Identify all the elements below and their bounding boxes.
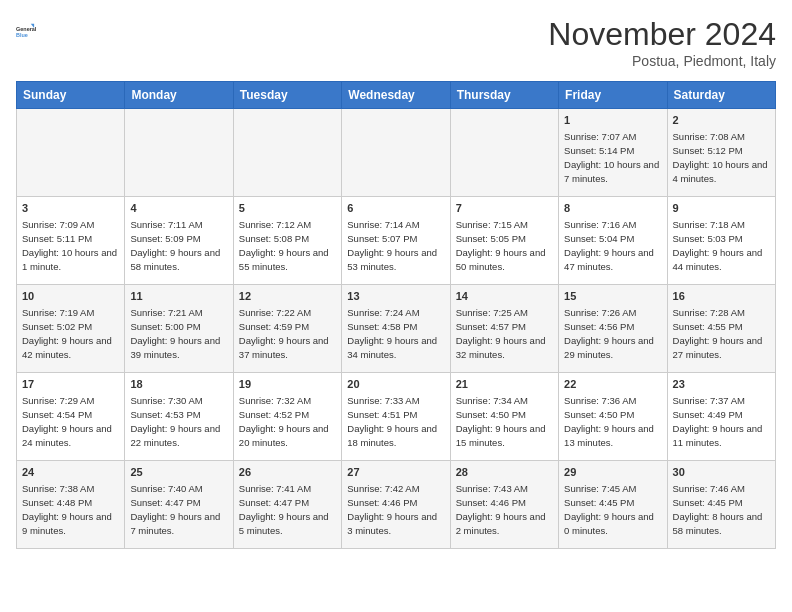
day-number: 28 xyxy=(456,465,553,480)
day-info: Sunrise: 7:24 AM Sunset: 4:58 PM Dayligh… xyxy=(347,306,444,361)
header-wednesday: Wednesday xyxy=(342,82,450,109)
calendar-cell xyxy=(450,109,558,197)
month-title: November 2024 xyxy=(548,16,776,53)
day-info: Sunrise: 7:26 AM Sunset: 4:56 PM Dayligh… xyxy=(564,306,661,361)
day-number: 3 xyxy=(22,201,119,216)
header-friday: Friday xyxy=(559,82,667,109)
calendar-cell: 23Sunrise: 7:37 AM Sunset: 4:49 PM Dayli… xyxy=(667,373,775,461)
day-info: Sunrise: 7:42 AM Sunset: 4:46 PM Dayligh… xyxy=(347,482,444,537)
header-saturday: Saturday xyxy=(667,82,775,109)
calendar-cell: 6Sunrise: 7:14 AM Sunset: 5:07 PM Daylig… xyxy=(342,197,450,285)
day-info: Sunrise: 7:32 AM Sunset: 4:52 PM Dayligh… xyxy=(239,394,336,449)
logo: General Blue xyxy=(16,16,48,48)
page-header: General Blue November 2024 Postua, Piedm… xyxy=(16,16,776,69)
day-info: Sunrise: 7:30 AM Sunset: 4:53 PM Dayligh… xyxy=(130,394,227,449)
day-number: 29 xyxy=(564,465,661,480)
day-number: 30 xyxy=(673,465,770,480)
day-number: 18 xyxy=(130,377,227,392)
day-info: Sunrise: 7:33 AM Sunset: 4:51 PM Dayligh… xyxy=(347,394,444,449)
calendar-cell: 3Sunrise: 7:09 AM Sunset: 5:11 PM Daylig… xyxy=(17,197,125,285)
location-subtitle: Postua, Piedmont, Italy xyxy=(548,53,776,69)
header-monday: Monday xyxy=(125,82,233,109)
day-info: Sunrise: 7:41 AM Sunset: 4:47 PM Dayligh… xyxy=(239,482,336,537)
day-info: Sunrise: 7:43 AM Sunset: 4:46 PM Dayligh… xyxy=(456,482,553,537)
calendar-cell: 14Sunrise: 7:25 AM Sunset: 4:57 PM Dayli… xyxy=(450,285,558,373)
day-info: Sunrise: 7:09 AM Sunset: 5:11 PM Dayligh… xyxy=(22,218,119,273)
day-info: Sunrise: 7:34 AM Sunset: 4:50 PM Dayligh… xyxy=(456,394,553,449)
day-number: 21 xyxy=(456,377,553,392)
day-number: 17 xyxy=(22,377,119,392)
day-info: Sunrise: 7:07 AM Sunset: 5:14 PM Dayligh… xyxy=(564,130,661,185)
calendar-cell: 21Sunrise: 7:34 AM Sunset: 4:50 PM Dayli… xyxy=(450,373,558,461)
day-number: 24 xyxy=(22,465,119,480)
calendar-cell: 11Sunrise: 7:21 AM Sunset: 5:00 PM Dayli… xyxy=(125,285,233,373)
logo-icon: General Blue xyxy=(16,16,48,48)
week-row-2: 3Sunrise: 7:09 AM Sunset: 5:11 PM Daylig… xyxy=(17,197,776,285)
calendar-cell xyxy=(125,109,233,197)
calendar-cell: 5Sunrise: 7:12 AM Sunset: 5:08 PM Daylig… xyxy=(233,197,341,285)
day-number: 9 xyxy=(673,201,770,216)
day-number: 19 xyxy=(239,377,336,392)
week-row-4: 17Sunrise: 7:29 AM Sunset: 4:54 PM Dayli… xyxy=(17,373,776,461)
day-number: 13 xyxy=(347,289,444,304)
week-row-3: 10Sunrise: 7:19 AM Sunset: 5:02 PM Dayli… xyxy=(17,285,776,373)
day-info: Sunrise: 7:12 AM Sunset: 5:08 PM Dayligh… xyxy=(239,218,336,273)
day-info: Sunrise: 7:37 AM Sunset: 4:49 PM Dayligh… xyxy=(673,394,770,449)
calendar-cell: 29Sunrise: 7:45 AM Sunset: 4:45 PM Dayli… xyxy=(559,461,667,549)
day-number: 4 xyxy=(130,201,227,216)
calendar-cell: 22Sunrise: 7:36 AM Sunset: 4:50 PM Dayli… xyxy=(559,373,667,461)
day-number: 25 xyxy=(130,465,227,480)
day-info: Sunrise: 7:38 AM Sunset: 4:48 PM Dayligh… xyxy=(22,482,119,537)
calendar-header: SundayMondayTuesdayWednesdayThursdayFrid… xyxy=(17,82,776,109)
calendar-cell: 17Sunrise: 7:29 AM Sunset: 4:54 PM Dayli… xyxy=(17,373,125,461)
day-number: 7 xyxy=(456,201,553,216)
calendar-cell: 9Sunrise: 7:18 AM Sunset: 5:03 PM Daylig… xyxy=(667,197,775,285)
calendar-cell: 26Sunrise: 7:41 AM Sunset: 4:47 PM Dayli… xyxy=(233,461,341,549)
calendar-cell: 13Sunrise: 7:24 AM Sunset: 4:58 PM Dayli… xyxy=(342,285,450,373)
day-info: Sunrise: 7:19 AM Sunset: 5:02 PM Dayligh… xyxy=(22,306,119,361)
day-number: 22 xyxy=(564,377,661,392)
calendar-cell: 25Sunrise: 7:40 AM Sunset: 4:47 PM Dayli… xyxy=(125,461,233,549)
calendar-cell: 4Sunrise: 7:11 AM Sunset: 5:09 PM Daylig… xyxy=(125,197,233,285)
day-info: Sunrise: 7:15 AM Sunset: 5:05 PM Dayligh… xyxy=(456,218,553,273)
day-number: 16 xyxy=(673,289,770,304)
day-number: 11 xyxy=(130,289,227,304)
day-number: 26 xyxy=(239,465,336,480)
calendar-cell: 15Sunrise: 7:26 AM Sunset: 4:56 PM Dayli… xyxy=(559,285,667,373)
day-info: Sunrise: 7:14 AM Sunset: 5:07 PM Dayligh… xyxy=(347,218,444,273)
day-number: 10 xyxy=(22,289,119,304)
day-number: 8 xyxy=(564,201,661,216)
day-info: Sunrise: 7:18 AM Sunset: 5:03 PM Dayligh… xyxy=(673,218,770,273)
calendar-cell: 1Sunrise: 7:07 AM Sunset: 5:14 PM Daylig… xyxy=(559,109,667,197)
calendar-cell: 24Sunrise: 7:38 AM Sunset: 4:48 PM Dayli… xyxy=(17,461,125,549)
svg-text:Blue: Blue xyxy=(16,32,28,38)
day-info: Sunrise: 7:16 AM Sunset: 5:04 PM Dayligh… xyxy=(564,218,661,273)
day-number: 5 xyxy=(239,201,336,216)
day-info: Sunrise: 7:36 AM Sunset: 4:50 PM Dayligh… xyxy=(564,394,661,449)
day-info: Sunrise: 7:45 AM Sunset: 4:45 PM Dayligh… xyxy=(564,482,661,537)
calendar-cell: 27Sunrise: 7:42 AM Sunset: 4:46 PM Dayli… xyxy=(342,461,450,549)
day-number: 6 xyxy=(347,201,444,216)
day-number: 20 xyxy=(347,377,444,392)
calendar-cell: 20Sunrise: 7:33 AM Sunset: 4:51 PM Dayli… xyxy=(342,373,450,461)
calendar-cell: 19Sunrise: 7:32 AM Sunset: 4:52 PM Dayli… xyxy=(233,373,341,461)
header-tuesday: Tuesday xyxy=(233,82,341,109)
calendar-cell: 16Sunrise: 7:28 AM Sunset: 4:55 PM Dayli… xyxy=(667,285,775,373)
day-info: Sunrise: 7:46 AM Sunset: 4:45 PM Dayligh… xyxy=(673,482,770,537)
calendar-cell xyxy=(342,109,450,197)
calendar-cell: 8Sunrise: 7:16 AM Sunset: 5:04 PM Daylig… xyxy=(559,197,667,285)
calendar-cell: 7Sunrise: 7:15 AM Sunset: 5:05 PM Daylig… xyxy=(450,197,558,285)
day-info: Sunrise: 7:11 AM Sunset: 5:09 PM Dayligh… xyxy=(130,218,227,273)
header-sunday: Sunday xyxy=(17,82,125,109)
calendar-cell: 12Sunrise: 7:22 AM Sunset: 4:59 PM Dayli… xyxy=(233,285,341,373)
day-number: 2 xyxy=(673,113,770,128)
day-info: Sunrise: 7:08 AM Sunset: 5:12 PM Dayligh… xyxy=(673,130,770,185)
header-thursday: Thursday xyxy=(450,82,558,109)
day-number: 12 xyxy=(239,289,336,304)
day-info: Sunrise: 7:40 AM Sunset: 4:47 PM Dayligh… xyxy=(130,482,227,537)
day-number: 1 xyxy=(564,113,661,128)
week-row-1: 1Sunrise: 7:07 AM Sunset: 5:14 PM Daylig… xyxy=(17,109,776,197)
day-number: 15 xyxy=(564,289,661,304)
day-number: 14 xyxy=(456,289,553,304)
week-row-5: 24Sunrise: 7:38 AM Sunset: 4:48 PM Dayli… xyxy=(17,461,776,549)
